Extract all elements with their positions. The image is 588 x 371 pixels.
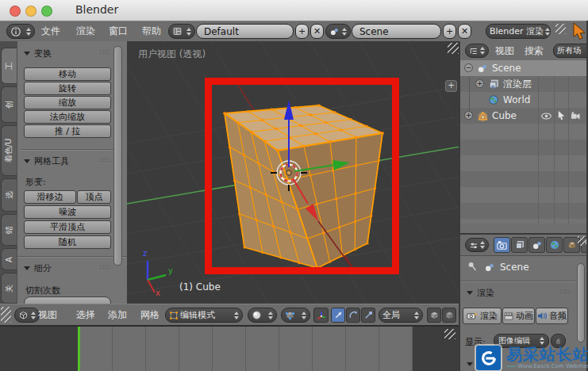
play-audio-button[interactable]: 音频 — [536, 308, 568, 324]
menu-add[interactable]: 添加 — [108, 304, 127, 326]
scale-manipulator-button[interactable] — [361, 308, 375, 323]
tab-tools[interactable]: 工 — [1, 48, 17, 84]
panel-grip-icon[interactable]: ∷∷ — [560, 288, 571, 296]
editor-split-horizontal[interactable] — [460, 233, 588, 235]
breadcrumb-scene[interactable]: Scene — [500, 262, 529, 273]
render-layers-icon — [488, 78, 499, 90]
panel-grip-icon[interactable]: ∷∷ — [100, 263, 110, 271]
tab-world-properties[interactable] — [546, 237, 563, 253]
rotate-button[interactable]: 旋转 — [24, 82, 111, 95]
maximize-window-button[interactable] — [41, 6, 52, 17]
tab-create[interactable]: 创 — [1, 86, 17, 123]
render-animation-button[interactable]: 动画 — [502, 308, 535, 324]
render-engine-selector[interactable]: Blender 渲染 — [486, 24, 551, 39]
resize-corner[interactable] — [555, 24, 566, 34]
delete-scene-button[interactable]: ✕ — [458, 24, 471, 39]
expand-node-icon[interactable]: + — [464, 111, 473, 120]
tab-animation[interactable]: A — [1, 248, 17, 270]
rotate-manipulator-button[interactable] — [346, 308, 360, 323]
menu-window[interactable]: 窗口 — [109, 21, 128, 41]
tab-scene-properties[interactable] — [528, 237, 545, 253]
translate-manipulator-button[interactable] — [331, 308, 345, 323]
tab-options[interactable]: 选 — [1, 178, 17, 212]
scene-name-field[interactable]: Scene — [352, 24, 441, 39]
resize-corner[interactable] — [448, 43, 459, 54]
outliner-filter-selector[interactable]: 所有场 — [553, 44, 588, 58]
editor-type-selector-outliner[interactable] — [465, 44, 489, 58]
resize-corner[interactable] — [444, 329, 455, 339]
vertex-slide-button[interactable]: 顶点 — [77, 190, 111, 204]
manipulator-toggle-button[interactable] — [313, 308, 329, 323]
menu-file[interactable]: 文件 — [41, 21, 60, 41]
shrink-fatten-button[interactable]: 法向缩放 — [24, 110, 111, 124]
tab-relations[interactable]: 关 — [1, 273, 17, 304]
mouse-cursor — [573, 23, 586, 40]
smooth-vertex-button[interactable]: 平滑顶点 — [24, 220, 111, 234]
panel-header-transform[interactable]: 变换 — [24, 48, 52, 59]
add-scene-button[interactable]: + — [443, 24, 456, 39]
tab-render-layers-properties[interactable] — [511, 237, 528, 253]
panel-header-mesh-tools[interactable]: 网格工具 — [24, 155, 69, 167]
current-frame-marker[interactable] — [78, 327, 80, 371]
panel-header-render[interactable]: 渲染 — [467, 287, 494, 299]
push-pull-button[interactable]: 推 / 拉 — [24, 124, 111, 138]
toolshelf-scrollbar[interactable] — [113, 46, 122, 266]
add-layout-button[interactable]: + — [295, 24, 309, 39]
translate-button[interactable]: 移动 — [24, 67, 111, 81]
timeline-editor[interactable] — [0, 325, 460, 371]
noise-button[interactable]: 噪波 — [24, 205, 111, 219]
selectability-cursor-icon[interactable] — [557, 110, 566, 120]
randomize-button[interactable]: 随机 — [24, 235, 111, 249]
scene-selector[interactable] — [325, 24, 351, 39]
render-still-button[interactable]: 渲染 — [463, 308, 502, 324]
layout-name-field[interactable]: Default — [196, 24, 294, 39]
snap-toggle-button[interactable] — [427, 308, 441, 323]
minimize-window-button[interactable] — [25, 6, 37, 17]
close-window-button[interactable] — [10, 6, 21, 17]
outliner-menu-search[interactable]: 搜索 — [525, 41, 544, 60]
scale-button[interactable]: 缩放 — [24, 96, 111, 109]
3d-viewport[interactable]: 用户视图 (透视) (1) Cube z y x + — [127, 41, 460, 304]
tab-grease-pencil[interactable]: 蜡 — [1, 214, 17, 246]
screen-layout-selector[interactable] — [168, 24, 195, 39]
tab-shading-uv[interactable]: 着色/U — [1, 125, 17, 176]
menu-mesh[interactable]: 网格 — [140, 304, 159, 326]
renderability-camera-icon[interactable] — [570, 112, 582, 120]
delete-layout-button[interactable]: ✕ — [310, 24, 324, 39]
pin-icon[interactable] — [467, 261, 478, 273]
open-sidebar-button[interactable]: + — [445, 80, 457, 92]
outliner-row-scene[interactable]: − Scene — [460, 60, 588, 76]
transform-orientation-selector[interactable]: 全局 — [379, 308, 423, 323]
outliner-row-cube[interactable]: + Cube — [460, 108, 588, 124]
resize-corner[interactable] — [1, 307, 11, 323]
outliner-menu-view[interactable]: 视图 — [495, 41, 514, 60]
timeline-frame-range[interactable] — [79, 327, 413, 371]
menu-help[interactable]: 帮助 — [142, 21, 161, 41]
outliner-row-world[interactable]: World — [460, 92, 588, 108]
menu-render[interactable]: 渲染 — [76, 21, 95, 41]
select-mode-selector[interactable] — [281, 308, 310, 323]
shading-selector[interactable] — [248, 308, 277, 323]
mode-selector[interactable]: 编辑模式 — [165, 308, 243, 323]
editor-split-vertical[interactable] — [459, 41, 460, 371]
screen-layout-icon — [172, 26, 183, 36]
panel-grip-icon[interactable]: ∷∷ — [100, 156, 110, 164]
expand-node-icon[interactable]: + — [475, 79, 484, 88]
visibility-eye-icon[interactable] — [540, 112, 552, 120]
editor-type-selector-info[interactable] — [6, 24, 35, 39]
outliner-row-render-layers[interactable]: + 渲染层 — [460, 76, 588, 92]
panel-grip-icon[interactable]: ∷∷ — [100, 48, 110, 56]
edge-slide-button[interactable]: 滑移边 — [24, 190, 76, 204]
menu-select[interactable]: 选择 — [76, 304, 95, 326]
properties-scrollbar[interactable] — [577, 263, 585, 342]
cuts-slider[interactable] — [24, 296, 111, 304]
collapse-node-icon[interactable]: − — [464, 63, 473, 72]
watermark-logo-glyph — [480, 350, 498, 367]
menu-view[interactable]: 视图 — [38, 304, 57, 326]
editor-type-selector-properties[interactable] — [465, 238, 489, 252]
panel-header-subdivide[interactable]: 细分 — [24, 262, 52, 274]
tab-render-properties[interactable] — [494, 237, 510, 253]
toolshelf-tab-strip: 工 创 着色/U 选 蜡 A 关 — [0, 41, 17, 304]
snap-element-button[interactable] — [442, 308, 456, 323]
editor-type-selector-3dview[interactable] — [14, 308, 40, 323]
